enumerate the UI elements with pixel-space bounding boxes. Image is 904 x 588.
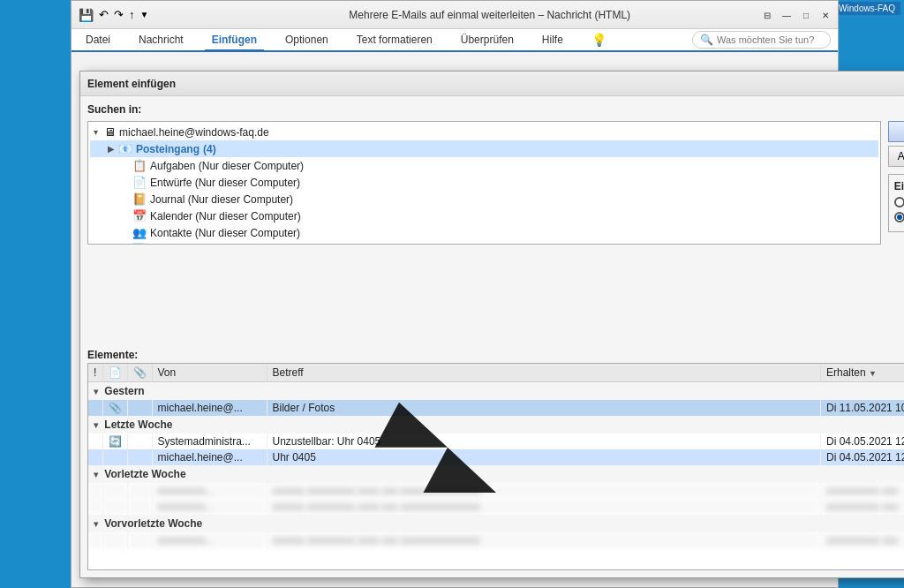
row-type: 🔄 — [102, 433, 127, 449]
tab-ueberpruefen[interactable]: Überprüfen — [454, 29, 521, 50]
maximize-btn[interactable]: □ — [797, 6, 815, 24]
table-row[interactable]: xxxxxxxxx... xxxxxx xxxxxxxxx xxxx xxx x… — [88, 499, 904, 515]
elements-table-container[interactable]: ! 📄 📎 Von Betreff Erhalten ▼ — [87, 363, 904, 571]
group-vorvorletzte-woche[interactable]: ▾ Vorvorletzte Woche — [88, 515, 904, 532]
search-in-label: Suchen in: — [87, 103, 904, 116]
row-attach — [127, 449, 152, 465]
group-label-vorvorletzte-woche: Vorvorletzte Woche — [104, 517, 202, 530]
tree-item-notizen[interactable]: 📝 Notizen (Nur dieser Computer) — [90, 241, 878, 245]
bg-window-title: Mehrere E-Mails auf einmal weiterleiten … — [148, 9, 831, 21]
tree-item-kontakte[interactable]: 👥 Kontakte (Nur dieser Computer) — [90, 224, 878, 241]
dialog-body: Suchen in: ▾ 🖥 michael.heine@windows-faq… — [80, 96, 904, 577]
tree-label-aufgaben: Aufgaben (Nur dieser Computer) — [150, 160, 304, 172]
close-btn[interactable]: ✕ — [817, 6, 834, 24]
table-row[interactable]: 🔄 Systemadministra... Unzustellbar: Uhr … — [88, 433, 904, 449]
row-received: Di 04.05.2021 12:25 — [821, 433, 905, 449]
row-from: Systemadministra... — [152, 433, 267, 449]
tree-item-entwuerfe[interactable]: 📄 Entwürfe (Nur dieser Computer) — [90, 174, 878, 191]
row-subject: Unzustellbar: Uhr 0405 — [267, 433, 821, 449]
elements-table: ! 📄 📎 Von Betreff Erhalten ▼ — [88, 364, 904, 548]
notes-icon: 📝 — [132, 243, 147, 245]
col-header-betreff[interactable]: Betreff — [267, 364, 821, 382]
ribbon: Datei Nachricht Einfügen Optionen Text f… — [72, 29, 838, 52]
group-letzte-woche[interactable]: ▾ Letzte Woche — [88, 416, 904, 433]
tree-label-posteingang: Posteingang — [136, 143, 200, 155]
dialog-element-einfuegen: Element einfügen ✕ Suchen in: ▾ 🖥 michae… — [79, 71, 904, 578]
tab-nachricht[interactable]: Nachricht — [132, 29, 191, 50]
dialog-right-panel: OK Abbrechen Einfügen als Nur Text Anlag… — [888, 121, 904, 343]
col-header-von[interactable]: Von — [152, 364, 267, 382]
tab-datei[interactable]: Datei — [79, 29, 117, 50]
ribbon-search-input[interactable] — [717, 34, 823, 45]
tasks-icon: 📋 — [132, 159, 147, 172]
row-subject: Bilder / Fotos — [267, 400, 821, 416]
ribbon-search-box[interactable]: 🔍 — [692, 31, 831, 49]
tab-hilfe[interactable]: Hilfe — [535, 29, 570, 50]
group-toggle-vorvorletzte-woche: ▾ — [94, 519, 98, 529]
row-flag — [88, 400, 102, 416]
tree-label-notizen: Notizen (Nur dieser Computer) — [150, 244, 294, 245]
tree-item-journal[interactable]: 📔 Journal (Nur dieser Computer) — [90, 191, 878, 207]
table-header-row: ! 📄 📎 Von Betreff Erhalten ▼ — [88, 364, 904, 382]
tree-label-kontakte: Kontakte (Nur dieser Computer) — [150, 227, 300, 239]
restore-btn[interactable]: ⊟ — [758, 6, 776, 24]
row-type — [102, 449, 127, 465]
row-from: michael.heine@... — [152, 400, 267, 416]
tree-label-entwuerfe: Entwürfe (Nur dieser Computer) — [150, 177, 300, 189]
col-header-attach[interactable]: 📎 — [127, 364, 152, 382]
tree-item-kalender[interactable]: 📅 Kalender (Nur dieser Computer) — [90, 207, 878, 224]
row-received: Di 04.05.2021 12:25 — [821, 449, 905, 465]
drafts-icon: 📄 — [132, 176, 147, 189]
radio-nur-text[interactable]: Nur Text — [894, 196, 904, 208]
tab-optionen[interactable]: Optionen — [278, 29, 335, 50]
table-row[interactable]: xxxxxxxxx... xxxxxx xxxxxxxxx xxxx xxx x… — [88, 483, 904, 499]
row-received: Di 11.05.2021 10:57 — [821, 400, 905, 416]
tree-toggle-posteingang: ▶ — [108, 144, 118, 154]
folder-tree-container[interactable]: ▾ 🖥 michael.heine@windows-faq.de ▶ 📧 Pos… — [87, 121, 881, 245]
ok-button[interactable]: OK — [888, 121, 904, 142]
row-from: michael.heine@... — [152, 449, 267, 465]
radio-anlage-circle — [894, 212, 904, 222]
search-icon: 🔍 — [700, 34, 713, 46]
col-header-erhalten[interactable]: Erhalten ▼ — [821, 364, 905, 382]
radio-anlage[interactable]: Anlage — [894, 211, 904, 223]
inbox-icon: 📧 — [118, 142, 132, 155]
table-row[interactable]: 📎 michael.heine@... Bilder / Fotos Di 11… — [88, 400, 904, 416]
tree-badge-posteingang: (4) — [203, 143, 216, 155]
row-flag — [88, 449, 102, 465]
windows-faq-badge: Windows-FAQ — [833, 2, 900, 15]
calendar-icon: 📅 — [132, 209, 147, 222]
table-row[interactable]: xxxxxxxxx... xxxxxx xxxxxxxxx xxxx xxx x… — [88, 532, 904, 548]
group-vorletzte-woche[interactable]: ▾ Vorletzte Woche — [88, 465, 904, 483]
contacts-icon: 👥 — [132, 226, 147, 239]
tree-label-root: michael.heine@windows-faq.de — [119, 126, 269, 139]
minimize-btn[interactable]: — — [778, 6, 795, 24]
dialog-title: Element einfügen — [87, 78, 904, 90]
dialog-titlebar: Element einfügen ✕ — [80, 72, 904, 96]
bg-window-controls: ⊟ — □ ✕ — [758, 6, 834, 24]
tree-label-journal: Journal (Nur dieser Computer) — [150, 193, 293, 206]
table-row[interactable]: michael.heine@... Uhr 0405 Di 04.05.2021… — [88, 449, 904, 465]
col-header-type[interactable]: 📄 — [102, 364, 127, 382]
col-header-flag[interactable]: ! — [88, 364, 102, 382]
computer-icon: 🖥 — [104, 125, 116, 139]
elements-section: Elemente: ! 📄 📎 Von Betreff Erhalten ▼ — [87, 349, 904, 571]
group-toggle-vorletzte-woche: ▾ — [94, 470, 98, 479]
group-label-gestern: Gestern — [104, 385, 144, 397]
group-toggle-letzte-woche: ▾ — [94, 420, 98, 430]
tab-einfuegen[interactable]: Einfügen — [205, 30, 264, 51]
tree-item-root[interactable]: ▾ 🖥 michael.heine@windows-faq.de — [90, 124, 878, 140]
tree-toggle-root: ▾ — [94, 127, 104, 137]
folder-tree: ▾ 🖥 michael.heine@windows-faq.de ▶ 📧 Pos… — [88, 122, 880, 245]
row-attach — [127, 400, 152, 416]
tab-text-formatieren[interactable]: Text formatieren — [350, 29, 440, 50]
insert-as-label: Einfügen als — [894, 180, 904, 192]
tree-item-posteingang[interactable]: ▶ 📧 Posteingang (4) — [90, 140, 878, 157]
cancel-button[interactable]: Abbrechen — [888, 146, 904, 167]
group-gestern[interactable]: ▾ Gestern — [88, 381, 904, 400]
elements-label: Elemente: — [87, 349, 904, 361]
journal-icon: 📔 — [132, 192, 147, 206]
tree-item-aufgaben[interactable]: 📋 Aufgaben (Nur dieser Computer) — [90, 157, 878, 174]
group-label-vorletzte-woche: Vorletzte Woche — [104, 468, 185, 480]
row-attach — [127, 433, 152, 449]
